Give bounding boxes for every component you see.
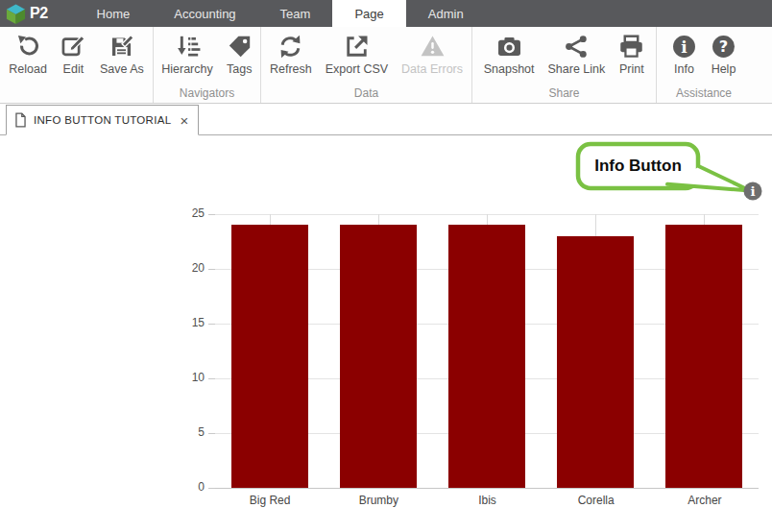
hierarchy-button[interactable]: Hierarchy <box>155 27 220 76</box>
x-axis-label: Big Red <box>216 494 325 507</box>
ribbon-group-data: RefreshExport CSVData ErrorsData <box>261 27 472 103</box>
ribbon-button-label: Print <box>619 62 644 76</box>
menu-tab-home[interactable]: Home <box>75 0 153 27</box>
y-axis-tick <box>208 433 215 434</box>
share-link-button[interactable]: Share Link <box>542 27 613 76</box>
tags-button[interactable]: Tags <box>220 27 259 76</box>
x-axis-label: Brumby <box>325 494 433 507</box>
p2-logo-mark-icon <box>4 3 28 25</box>
info-icon: i <box>671 34 697 60</box>
ribbon-button-label: Tags <box>227 62 252 76</box>
data-errors-icon <box>420 34 446 60</box>
ribbon-group-page: ReloadEditSave As <box>0 27 154 103</box>
ribbon-button-label: Data Errors <box>401 62 463 76</box>
page-file-icon <box>14 112 27 128</box>
y-axis-tick <box>208 214 215 215</box>
ribbon-button-label: Info <box>674 62 694 76</box>
ribbon-group-label: Navigators <box>154 86 260 100</box>
top-menu-bar: P2 HomeAccountingTeamPageAdmin <box>0 0 772 27</box>
ribbon-button-label: Share Link <box>548 62 606 76</box>
edit-button[interactable]: Edit <box>54 27 93 76</box>
y-axis-tick <box>208 378 215 379</box>
chart-bar-ibis[interactable] <box>448 225 525 488</box>
menu-tab-page[interactable]: Page <box>332 0 405 27</box>
edit-icon <box>60 34 86 60</box>
ribbon-button-label: Reload <box>9 62 47 76</box>
data-errors-button: Data Errors <box>395 27 470 76</box>
menu-tab-admin[interactable]: Admin <box>406 0 486 27</box>
y-axis-tick <box>208 269 215 270</box>
save-as-button[interactable]: Save As <box>93 27 151 76</box>
document-tabstrip: INFO BUTTON TUTORIAL× <box>0 104 772 135</box>
y-axis-label: 20 <box>173 261 205 275</box>
chart-bar-big-red[interactable] <box>231 225 308 488</box>
bar-chart: 0510152025Big RedBrumbyIbisCorellaArcher <box>215 214 759 489</box>
y-axis-label: 25 <box>173 206 205 220</box>
x-axis-label: Archer <box>650 494 759 507</box>
reload-icon <box>15 34 41 60</box>
ribbon-button-label: Edit <box>63 62 84 76</box>
p2-logo-text: P2 <box>30 5 48 22</box>
ribbon-button-label: Hierarchy <box>161 62 213 76</box>
chart-bar-corella[interactable] <box>557 236 634 488</box>
ribbon-button-label: Save As <box>100 62 144 76</box>
refresh-icon <box>277 34 303 60</box>
menu-tab-accounting[interactable]: Accounting <box>152 0 257 27</box>
y-axis-tick <box>208 488 215 489</box>
callout-label: Info Button <box>578 144 698 188</box>
svg-text:i: i <box>681 37 687 57</box>
ribbon-toolbar: ReloadEditSave AsHierarchyTagsNavigators… <box>0 27 772 104</box>
y-axis-tick <box>208 324 215 325</box>
p2-logo: P2 <box>0 0 58 27</box>
snapshot-button[interactable]: Snapshot <box>477 27 542 76</box>
main-menu: HomeAccountingTeamPageAdmin <box>75 0 486 27</box>
save-as-icon <box>109 34 134 60</box>
y-axis-label: 15 <box>173 316 205 329</box>
export-csv-button[interactable]: Export CSV <box>319 27 395 76</box>
chart-bar-archer[interactable] <box>665 225 742 488</box>
info-button[interactable]: iInfo <box>664 27 704 76</box>
ribbon-button-label: Refresh <box>270 62 312 76</box>
document-tab-info-button-tutorial[interactable]: INFO BUTTON TUTORIAL× <box>6 105 199 135</box>
ribbon-group-label: Share <box>472 86 656 100</box>
close-tab-icon[interactable]: × <box>180 113 188 128</box>
x-axis-label: Corella <box>542 494 650 507</box>
ribbon-button-label: Help <box>712 62 736 76</box>
export-csv-icon <box>344 34 370 60</box>
ribbon-group-share: SnapshotShare LinkPrintShare <box>472 27 657 103</box>
reload-button[interactable]: Reload <box>2 27 54 76</box>
chart-bar-brumby[interactable] <box>340 225 417 488</box>
menu-tab-team[interactable]: Team <box>258 0 333 27</box>
share-link-icon <box>564 34 590 60</box>
refresh-button[interactable]: Refresh <box>263 27 319 76</box>
ribbon-button-label: Export CSV <box>326 62 388 76</box>
help-icon: ? <box>711 34 736 60</box>
ribbon-group-label: Data <box>261 86 471 100</box>
ribbon-group-navigators: HierarchyTagsNavigators <box>154 27 261 103</box>
snapshot-icon <box>496 34 522 60</box>
ribbon-group-label: Assistance <box>657 86 751 100</box>
ribbon-group-assistance: iInfo?HelpAssistance <box>657 27 751 103</box>
print-icon <box>618 34 644 60</box>
svg-text:?: ? <box>719 37 728 56</box>
y-axis-label: 10 <box>173 371 205 384</box>
info-circle-icon[interactable]: i <box>744 182 762 201</box>
y-axis-label: 0 <box>173 480 205 494</box>
tags-icon <box>227 34 253 60</box>
svg-text:i: i <box>750 183 755 199</box>
print-button[interactable]: Print <box>612 27 651 76</box>
ribbon-button-label: Snapshot <box>484 62 535 76</box>
document-tab-label: INFO BUTTON TUTORIAL <box>34 114 171 126</box>
x-axis-label: Ibis <box>433 494 542 507</box>
y-axis-label: 5 <box>173 425 205 439</box>
help-button[interactable]: ?Help <box>704 27 743 76</box>
hierarchy-icon <box>175 34 201 60</box>
